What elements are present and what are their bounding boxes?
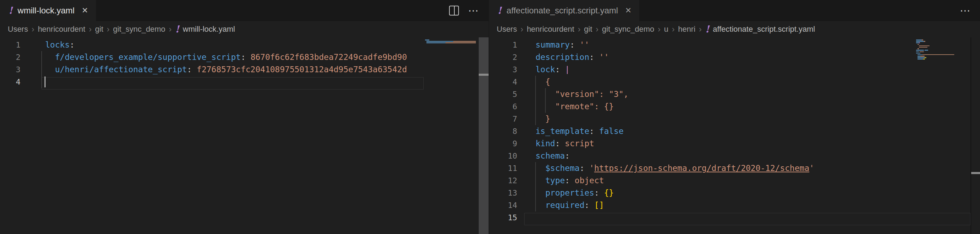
line-number[interactable]: 4 [0,76,21,88]
overview-ruler-cursor-marker [971,172,980,174]
line-number[interactable]: 2 [489,51,517,63]
breadcrumb-item[interactable]: Users [497,25,517,34]
split-editor-icon[interactable] [449,6,459,16]
chevron-right-icon: › [107,25,110,34]
line-number[interactable]: 12 [489,174,517,187]
minimap-segment [922,40,923,41]
breadcrumb-item[interactable]: git [95,25,103,34]
yaml-file-icon: ! [175,24,179,34]
line-number[interactable]: 10 [489,150,517,162]
code-line[interactable]: "remote": {} [536,100,980,113]
code-line[interactable]: schema: [536,150,980,162]
code-token: : [555,65,560,74]
tab-wmill-lock-yaml[interactable]: ! wmill-lock.yaml ✕ [0,0,96,21]
code-line[interactable]: $schema: 'https://json-schema.org/draft/… [536,162,980,174]
code-line[interactable] [536,212,980,224]
line-number[interactable]: 5 [489,88,517,100]
code-line[interactable]: required: [] [536,199,980,212]
minimap-segment [916,51,919,52]
vertical-scrollbar[interactable] [479,37,488,234]
line-number[interactable]: 9 [489,138,517,150]
breadcrumb-file[interactable]: !wmill-lock.yaml [175,25,235,34]
minimap-segment [924,41,925,42]
line-number[interactable]: 6 [489,100,517,113]
schema-url-link[interactable]: https://json-schema.org/draft/2020-12/sc… [594,163,809,173]
code-line[interactable] [45,76,488,88]
tab-affectionate-script-yaml[interactable]: ! affectionate_script.script.yaml ✕ [489,0,640,21]
chevron-right-icon: › [32,25,34,34]
code-line[interactable]: f/developers_example/supportive_script: … [45,51,488,63]
code-line[interactable]: type: object [536,174,980,187]
code-token: {} [604,188,614,198]
yaml-file-icon: ! [497,6,502,15]
line-number[interactable]: 4 [489,76,517,88]
minimap-line [425,40,480,41]
more-actions-icon[interactable]: ⋯ [468,5,479,16]
minimap-segment [919,47,928,48]
code-token: type [546,176,565,185]
code-token [246,52,251,62]
breadcrumb-item[interactable]: u [664,25,668,34]
line-number[interactable]: 11 [489,162,517,174]
breadcrumb-item[interactable]: git [584,25,592,34]
editor-right[interactable]: 123456789101112131415 summary: ''descrip… [489,37,980,234]
code-token: : [565,151,570,160]
breadcrumb-item[interactable]: git_sync_demo [602,25,654,34]
breadcrumb-item[interactable]: git_sync_demo [113,25,165,34]
code-area[interactable]: summary: ''description: ''lock: | { "ver… [536,39,980,224]
code-line[interactable]: lock: | [536,63,980,76]
code-line[interactable]: is_template: false [536,125,980,138]
code-token: : [594,188,599,198]
code-line[interactable]: description: '' [536,51,980,63]
code-line[interactable]: locks: [45,39,488,51]
code-token: 8670f6c62f683bdea72249cadfe9bd90 [251,52,407,62]
line-number[interactable]: 2 [0,51,21,63]
breadcrumb-file[interactable]: !affectionate_script.script.yaml [705,25,815,34]
line-number[interactable]: 1 [0,39,21,51]
line-number[interactable]: 8 [489,125,517,138]
code-token [45,52,55,62]
breadcrumb-item[interactable]: Users [8,25,28,34]
line-number[interactable]: 1 [489,39,517,51]
code-line[interactable]: u/henri/affectionate_script: f2768573cfc… [45,63,488,76]
line-number[interactable]: 7 [489,113,517,125]
more-actions-icon[interactable]: ⋯ [960,5,971,16]
code-line[interactable]: summary: '' [536,39,980,51]
indent-guide [545,88,546,113]
minimap[interactable] [916,40,972,60]
code-token: kind [536,139,555,148]
minimap-segment [918,54,923,55]
line-number[interactable]: 15 [489,212,517,224]
code-token [536,188,546,198]
code-token: schema [536,151,565,160]
minimap-line [916,58,972,60]
tab-label: wmill-lock.yaml [18,6,75,16]
minimap-segment [916,42,919,43]
breadcrumb-item[interactable]: henri [678,25,695,34]
editor-left[interactable]: 1234 locks: f/developers_example/support… [0,37,488,234]
minimap-segment [918,48,919,49]
code-line[interactable]: } [536,113,980,125]
close-tab-icon[interactable]: ✕ [625,6,632,15]
code-token: summary [536,40,570,49]
line-number[interactable]: 13 [489,187,517,199]
code-area[interactable]: locks: f/developers_example/supportive_s… [45,39,488,88]
code-token: f/developers_example/supportive_script [55,52,241,62]
line-number[interactable]: 3 [489,63,517,76]
breadcrumb-item[interactable]: henricourdent [527,25,574,34]
editor-group-left: ! wmill-lock.yaml ✕ ⋯ Users›henricourden… [0,0,488,234]
close-tab-icon[interactable]: ✕ [81,6,88,15]
line-number[interactable]: 14 [489,199,517,212]
code-token [599,188,604,198]
chevron-right-icon: › [596,25,599,34]
minimap-segment [425,40,429,41]
code-line[interactable]: properties: {} [536,187,980,199]
line-number[interactable]: 3 [0,63,21,76]
code-line[interactable]: { [536,76,980,88]
breadcrumb-item[interactable]: henricourdent [38,25,86,34]
minimap[interactable] [425,40,480,44]
code-line[interactable]: kind: script [536,138,980,150]
code-line[interactable]: "version": "3", [536,88,980,100]
code-token: u/henri/affectionate_script [55,65,187,74]
minimap-line [916,44,972,45]
